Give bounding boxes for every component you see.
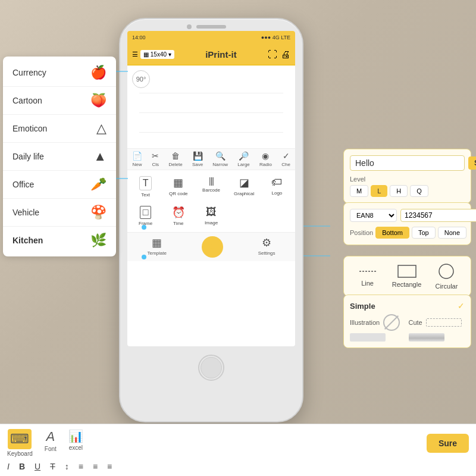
style-solid[interactable] [350, 333, 406, 342]
toolbar-narrow[interactable]: 🔍 Narrow [212, 151, 228, 167]
bold-button[interactable]: B [19, 462, 25, 471]
cls-icon: ✂ [152, 151, 159, 161]
keyboard-tool[interactable]: ⌨ Keyboard [7, 429, 33, 457]
status-bar: 14:00 ●●● 4G LTE [127, 31, 295, 44]
strikethrough-button[interactable]: T [50, 462, 55, 471]
toolbar-large[interactable]: 🔎 Large [237, 151, 249, 167]
category-item-office[interactable]: Office 🥕 [3, 171, 116, 199]
align-center-button[interactable]: ≡ [93, 462, 98, 471]
category-item-vehicle[interactable]: Vehicle 🍄 [3, 199, 116, 227]
toolbar-save[interactable]: 💾 Save [192, 151, 203, 167]
category-item-dailylife[interactable]: Daily life ▲ [3, 143, 116, 171]
app-title: iPrint-it [205, 49, 237, 60]
category-panel: Currency 🍎 Cartoon 🍑 Emoticon △ Daily li… [3, 57, 116, 256]
cartoon-icon: 🍑 [90, 93, 107, 108]
new-icon: 📄 [132, 151, 142, 161]
tool-settings[interactable]: ⚙ Settings [258, 236, 275, 258]
underline-button[interactable]: U [35, 462, 40, 471]
print-icon[interactable]: 🖨 [281, 49, 290, 60]
graphical-tool-icon: ◪ [239, 176, 249, 189]
svg-rect-1 [398, 265, 416, 277]
blocked-shape-icon [383, 314, 400, 331]
barcode-value-input[interactable] [400, 209, 476, 222]
spacing-button[interactable]: ↕ [65, 462, 69, 471]
category-item-cartoon[interactable]: Cartoon 🍑 [3, 87, 116, 115]
font-label: Font [45, 446, 57, 452]
position-none-button[interactable]: None [438, 227, 466, 239]
graphical-tool-label: Graphical [234, 191, 254, 196]
tool-print[interactable]: 🖨 [202, 236, 223, 258]
italic-button[interactable]: I [7, 462, 10, 471]
home-button[interactable] [198, 355, 224, 381]
shape-rectangle[interactable]: Rectangle [392, 264, 422, 288]
barcode-tool-label: Barcode [202, 187, 220, 193]
position-bottom-button[interactable]: Bottom [375, 227, 409, 239]
vehicle-icon: 🍄 [90, 205, 107, 220]
category-item-currency[interactable]: Currency 🍎 [3, 59, 116, 87]
toolbar-cls[interactable]: ✂ Cls [152, 151, 159, 167]
save-icon: 💾 [193, 151, 203, 161]
narrow-label: Narrow [212, 162, 228, 167]
font-tool[interactable]: A Font [45, 429, 57, 457]
toolbar-delete[interactable]: 🗑 Delete [169, 151, 183, 167]
large-icon: 🔎 [239, 151, 249, 161]
excel-tool[interactable]: 📊 excel [68, 429, 83, 457]
position-top-button[interactable]: Top [412, 227, 436, 239]
level-h-button[interactable]: H [390, 185, 408, 197]
tool-logo[interactable]: 🏷 Logo [261, 173, 293, 201]
excel-icon: 📊 [68, 429, 83, 443]
barcode-format-select[interactable]: EAN8 EAN13 CODE39 [350, 209, 397, 222]
level-label: Level [350, 176, 465, 183]
app-header: ☰ ▦ 15x40 ▾ iPrint-it ⛶ 🖨 [127, 44, 295, 65]
text-sure-button[interactable]: Sure [468, 156, 476, 170]
category-item-kitchen[interactable]: Kitchen 🌿 [3, 227, 116, 254]
office-icon: 🥕 [90, 177, 107, 192]
tool-graphical[interactable]: ◪ Graphical [228, 173, 260, 201]
connector-dot-2 [142, 255, 146, 259]
tool-image[interactable]: 🖼 Image [195, 202, 227, 230]
toolbar-check[interactable]: ✓ Che [281, 151, 290, 167]
shape-line[interactable]: Line [357, 265, 378, 287]
level-m-button[interactable]: M [350, 185, 368, 197]
line-shape-icon [357, 265, 378, 277]
tool-time[interactable]: ⏰ Time [162, 202, 194, 230]
currency-icon: 🍎 [90, 65, 107, 80]
toolbar-new[interactable]: 📄 New [132, 151, 142, 167]
check-icon: ✓ [283, 151, 290, 161]
menu-icon[interactable]: ☰ [132, 51, 138, 58]
style-3d[interactable] [409, 333, 465, 342]
tool-qrcode[interactable]: ▦ QR code [162, 173, 194, 201]
barcode-input-row: EAN8 EAN13 CODE39 Sure [350, 209, 465, 222]
tool-template[interactable]: ▦ Template [147, 236, 166, 258]
frame-tool-icon: □ [140, 206, 152, 219]
align-left-button[interactable]: ≡ [79, 462, 83, 471]
align-right-button[interactable]: ≡ [107, 462, 112, 471]
size-selector[interactable]: ▦ 15x40 ▾ [140, 50, 174, 59]
expand-icon[interactable]: ⛶ [268, 49, 277, 60]
level-l-button[interactable]: L [371, 185, 387, 197]
header-right: ⛶ 🖨 [268, 49, 290, 60]
keyboard-tools-row: ⌨ Keyboard A Font 📊 excel Sure [7, 429, 469, 457]
svg-point-2 [439, 264, 453, 278]
tool-barcode[interactable]: ||| Barcode [195, 173, 227, 201]
keyboard-sure-button[interactable]: Sure [427, 434, 469, 453]
rotate-button[interactable]: 90° [132, 70, 150, 88]
style-illustration[interactable]: Illustration [350, 314, 406, 331]
text-input[interactable] [350, 155, 465, 171]
radio-icon: ◉ [262, 151, 269, 161]
shape-circular[interactable]: Circular [435, 262, 458, 290]
line-label: Line [361, 280, 374, 287]
image-tool-icon: 🖼 [206, 206, 217, 218]
tool-text[interactable]: T Text [130, 173, 161, 201]
settings-label: Settings [258, 250, 275, 256]
barcode-panel: EAN8 EAN13 CODE39 Sure Position Bottom T… [343, 202, 471, 245]
style-cute[interactable]: Cute [409, 314, 465, 331]
header-left: ☰ ▦ 15x40 ▾ [132, 50, 174, 59]
kitchen-icon: 🌿 [90, 233, 107, 248]
category-item-emoticon[interactable]: Emoticon △ [3, 115, 116, 143]
illustration-label: Illustration [350, 319, 380, 326]
emoticon-icon: △ [96, 121, 107, 136]
level-q-button[interactable]: Q [410, 185, 428, 197]
toolbar-radio[interactable]: ◉ Radio [259, 151, 272, 167]
keyboard-label: Keyboard [7, 450, 33, 457]
